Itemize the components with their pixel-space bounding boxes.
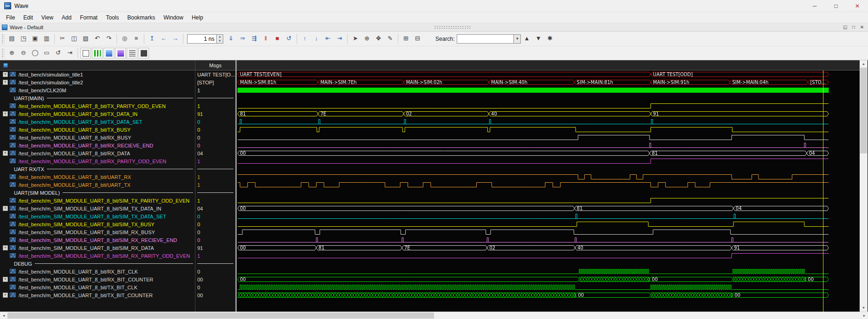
menu-item-format[interactable]: Format (76, 13, 102, 23)
zoom-mode-button[interactable]: ⊕ (361, 33, 373, 45)
signal-row[interactable]: /test_bench/m_MODULE_UART_8_bit/TX_PARIT… (0, 102, 195, 110)
signal-value-row[interactable]: 00 (195, 291, 235, 299)
scroll-right-arrow[interactable]: ► (861, 314, 868, 317)
signal-value-row[interactable]: UART TEST[O... (195, 70, 235, 78)
signal-row[interactable]: /test_bench/m_SIM_MODULE_UART_8_bit/SIM_… (0, 212, 195, 220)
vertical-scroll-thumb[interactable] (860, 68, 867, 153)
signal-value-row[interactable]: 0 (195, 228, 235, 236)
pane-undock-button[interactable]: □ (849, 24, 858, 31)
env-back-button[interactable]: ← (158, 33, 169, 45)
scroll-left-arrow[interactable]: ◄ (0, 314, 7, 317)
expand-toggle[interactable]: + (3, 293, 8, 298)
format-compare-button[interactable] (138, 48, 149, 58)
scroll-up-arrow[interactable]: ▲ (860, 60, 868, 68)
stop-button[interactable]: ■ (272, 33, 283, 45)
expand-toggle[interactable]: + (3, 277, 8, 282)
signal-row[interactable]: +/test_bench/m_MODULE_UART_8_bit/RX_BIT_… (0, 275, 195, 283)
copy-button[interactable]: ◫ (68, 33, 80, 45)
signal-value-row[interactable]: 1 (195, 157, 235, 165)
signal-value-row[interactable]: 04 (195, 204, 235, 212)
menu-item-help[interactable]: Help (188, 13, 207, 23)
expand-toggle[interactable]: + (3, 151, 8, 156)
signal-value-row[interactable]: 04 (195, 149, 235, 157)
signal-row[interactable]: +/test_bench/simulation_title2 (0, 78, 195, 86)
signal-value-row[interactable]: [STOP] (195, 78, 235, 86)
expand-toggle[interactable]: + (3, 245, 8, 250)
signal-row[interactable]: +/test_bench/simulation_title1 (0, 70, 195, 78)
restart-button[interactable]: ↺ (283, 33, 295, 45)
expand-toggle[interactable]: + (3, 72, 8, 77)
cut-button[interactable]: ✂ (57, 33, 68, 45)
wave-canvas[interactable] (237, 70, 860, 312)
signal-value-row[interactable]: 0 (195, 126, 235, 134)
signal-row[interactable]: /test_bench/m_SIM_MODULE_UART_8_bit/SIM_… (0, 236, 195, 244)
signal-row[interactable]: /test_bench/m_SIM_MODULE_UART_8_bit/SIM_… (0, 252, 195, 260)
env-up-button[interactable]: ↥ (146, 33, 158, 45)
horizontal-scroll-track[interactable] (7, 312, 861, 319)
zoom-range-button[interactable]: ▭ (41, 47, 52, 59)
signal-value-row[interactable]: 0 (195, 212, 235, 220)
first-edge-button[interactable]: ⇤ (322, 33, 334, 45)
collapse-groups-button[interactable]: ⊟ (412, 33, 423, 45)
select-mode-button[interactable]: ➤ (350, 33, 361, 45)
signal-value-row[interactable]: 91 (195, 244, 235, 252)
paste-button[interactable]: ▧ (80, 33, 91, 45)
signal-value-row[interactable]: 1 (195, 102, 235, 110)
signal-value-row[interactable]: 0 (195, 141, 235, 149)
signal-row[interactable]: /test_bench/m_MODULE_UART_8_bit/RX_BUSY (0, 134, 195, 141)
run-all-button[interactable]: ⇶ (248, 33, 260, 45)
expand-toggle[interactable]: + (3, 111, 8, 116)
signal-value-row[interactable]: 91 (195, 110, 235, 118)
save-button[interactable]: ▣ (29, 33, 41, 45)
signal-value-row[interactable]: 0 (195, 134, 235, 141)
env-forward-button[interactable]: → (169, 33, 181, 45)
vertical-scrollbar[interactable]: ▲ ▼ (860, 60, 868, 312)
toolbar-drag-handle[interactable] (1, 34, 4, 44)
search-down-button[interactable]: ▼ (532, 33, 544, 45)
signal-row[interactable]: /test_bench/m_MODULE_UART_8_bit/RX_RECIE… (0, 141, 195, 149)
signal-row[interactable]: /test_bench/m_MODULE_UART_8_bit/UART_TX (0, 181, 195, 189)
wave-divider-row[interactable]: UART(SIM MODEL) (0, 189, 195, 197)
filter-button[interactable]: ≡ (130, 33, 142, 45)
search-input[interactable] (457, 34, 513, 44)
pan-mode-button[interactable]: ✥ (373, 33, 384, 45)
wave-divider-row[interactable]: UART(MAIN) (0, 94, 195, 102)
format-analog-button[interactable] (115, 48, 126, 58)
signal-row[interactable]: +/test_bench/m_SIM_MODULE_UART_8_bit/SIM… (0, 244, 195, 252)
pane-header[interactable]: Wave - Default ◱□✕ (0, 23, 868, 32)
signal-value-row[interactable]: 1 (195, 252, 235, 260)
find-button[interactable]: ◎ (119, 33, 130, 45)
signal-value-row[interactable]: 00 (195, 275, 235, 283)
signal-row[interactable]: +/test_bench/m_MODULE_UART_8_bit/RX_DATA (0, 149, 195, 157)
undo-button[interactable]: ↶ (91, 33, 103, 45)
edit-mode-button[interactable]: ✎ (384, 33, 396, 45)
search-up-button[interactable]: ▲ (521, 33, 532, 45)
pane-drag-grip[interactable] (434, 26, 471, 29)
signal-value-row[interactable]: 0 (195, 236, 235, 244)
zoom-full-button[interactable]: ◯ (29, 47, 41, 59)
menu-item-file[interactable]: File (2, 13, 19, 23)
pane-dock-button[interactable]: ◱ (841, 24, 849, 31)
signal-value-row[interactable]: 0 (195, 118, 235, 126)
break-button[interactable]: ‖ (260, 33, 272, 45)
wave-divider-row[interactable]: DEBUG (0, 260, 195, 268)
zoom-end-button[interactable]: ⇥ (64, 47, 76, 59)
signal-row[interactable]: /test_bench/m_MODULE_UART_8_bit/TX_BIT_C… (0, 283, 195, 291)
horizontal-scrollbar[interactable]: ◄ ► (0, 312, 868, 319)
signal-value-row[interactable]: 0 (195, 283, 235, 291)
run-button[interactable]: ⇓ (225, 33, 237, 45)
scroll-down-arrow[interactable]: ▼ (860, 304, 868, 312)
signal-row[interactable]: /test_bench/m_MODULE_UART_8_bit/TX_BUSY (0, 126, 195, 134)
run-length-field[interactable] (187, 34, 217, 44)
search-options-button[interactable]: ✱ (544, 33, 556, 45)
zoom-out-button[interactable]: ⊖ (18, 47, 29, 59)
format-grid-button[interactable] (127, 48, 137, 58)
menu-item-edit[interactable]: Edit (19, 13, 37, 23)
expand-toggle[interactable]: + (3, 206, 8, 211)
signal-row[interactable]: /test_bench/CLK20M (0, 86, 195, 94)
open-file-button[interactable]: ◳ (18, 33, 29, 45)
search-dropdown-icon[interactable]: ▼ (513, 34, 521, 44)
signal-row[interactable]: /test_bench/m_MODULE_UART_8_bit/TX_DATA_… (0, 118, 195, 126)
signal-value-row[interactable]: 0 (195, 268, 235, 275)
zoom-in-button[interactable]: ⊕ (6, 47, 18, 59)
